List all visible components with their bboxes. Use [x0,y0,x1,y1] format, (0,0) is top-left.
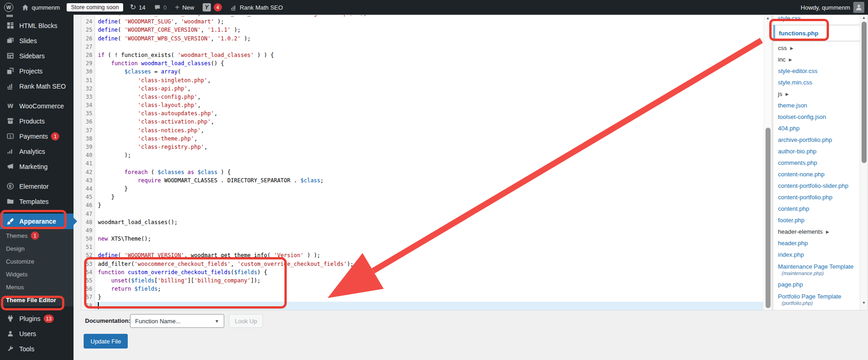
yoast-menu[interactable]: Y 4 [199,0,226,15]
theme-code-editor[interactable]: 23define( 'WOODMART_TOOLTIP_URL', WOODMA… [81,15,772,310]
sidebar-item-marketing[interactable]: Marketing [0,159,74,174]
editor-scrollbar[interactable]: ▲ [764,15,772,310]
code-text: function woodmart_load_classes() { [95,59,763,68]
file-tree-folder-css[interactable]: css▶ [778,42,858,54]
file-tree-folder-header-elements[interactable]: header-elements▶ [778,226,858,237]
file-tree-item-archive-portfolio-php[interactable]: archive-portfolio.php [778,134,858,146]
file-link-label: content-portfolio-slider.php [778,182,848,189]
editor-scrollbar-thumb[interactable] [766,128,771,308]
code-text: 'class-registry.php', [95,143,763,151]
slides-icon [6,37,16,45]
line-number: 26 [81,34,95,43]
code-text: define( 'WOODMART_WPB_CSS_VERSION', '1.0… [95,34,763,43]
file-tree-item-index-php[interactable]: index.php [778,249,858,260]
sidebar-item-plugins[interactable]: Plugins13 [0,311,74,326]
sidebar-item-elementor[interactable]: Elementor [0,179,74,194]
sidebar-item-tools[interactable]: Tools [0,341,74,356]
sidebar-subitem-widgets[interactable]: Widgets [0,268,74,281]
line-number: 36 [81,118,95,126]
code-line: 55 unset($fields['billing']['billing_com… [81,276,763,285]
sidebar-subitem-menus[interactable]: Menus [0,281,74,293]
code-line: 38 'class-theme.php', [81,135,763,143]
scroll-up-arrow-icon[interactable]: ▲ [764,16,772,20]
code-line: 34 'class-layout.php', [81,101,763,109]
file-list-scrollbar-thumb[interactable] [862,22,867,163]
theme-files-panel: style.cssfunctions.phpcss▶inc▶style-edit… [773,15,868,310]
line-number: 45 [81,193,95,201]
file-list-scrollbar[interactable]: ▲ ▼ [860,15,868,310]
file-tree-item-maintenance-page-template[interactable]: Maintenance Page Template(maintenance.ph… [778,260,858,279]
sidebar-item-sidebars[interactable]: Sidebars [0,48,74,63]
site-menu[interactable]: qummenm [17,0,64,15]
file-tree-item-toolset-config-json[interactable]: toolset-config.json [778,111,858,123]
howdy-text[interactable]: Howdy, qummenm [801,4,850,11]
code-text: 'class-theme.php', [95,135,763,143]
file-tree-item-content-portfolio-php[interactable]: content-portfolio.php [778,191,858,203]
look-up-button[interactable]: Look Up [229,314,263,328]
documentation-select[interactable]: Function Name... ▼ [130,314,224,328]
sidebar-item-slides[interactable]: Slides [0,33,74,48]
site-name: qummenm [32,4,60,11]
file-tree-folder-js[interactable]: js▶ [778,88,858,100]
rankmath-label: Rank Math SEO [240,4,283,11]
code-text [95,226,763,235]
file-tree-item-header-php[interactable]: header.php [778,237,858,249]
new-content-menu[interactable]: + New [171,0,199,15]
sidebar-item-woocommerce[interactable]: WWooCommerce [0,98,74,113]
line-number: 34 [81,101,95,109]
sidebar-subitem-design[interactable]: Design [0,242,74,255]
sidebar-item-html-blocks[interactable]: HTML Blocks [0,18,74,33]
file-tree-folder-inc[interactable]: inc▶ [778,54,858,65]
wordpress-logo-icon: W [4,3,13,12]
menu-item-label: Marketing [19,163,47,170]
appearance-icon [6,218,16,225]
file-link-label: header.php [778,240,808,247]
comments-menu[interactable]: 0 [150,0,171,15]
code-line: 26define( 'WOODMART_WPB_CSS_VERSION', '1… [81,34,763,43]
templates-icon [6,197,16,205]
file-link-label: Portfolio Page Template [778,293,858,300]
file-tree-item-comments-php[interactable]: comments.php [778,157,858,169]
sidebar-item-payments[interactable]: $Payments1 [0,129,74,144]
sidebar-subitem-theme-file-editor[interactable]: Theme File Editor [0,293,74,306]
file-tree-item-theme-json[interactable]: theme.json [778,100,858,111]
comment-icon [154,4,161,11]
scroll-down-arrow-icon[interactable]: ▼ [860,301,868,305]
file-tree-item-style-min-css[interactable]: style.min.css [778,77,858,88]
file-link-label: functions.php [779,30,818,37]
store-coming-soon-badge[interactable]: Store coming soon [67,3,123,11]
update-icon: ↻ [130,4,136,11]
file-tree-item-content-none-php[interactable]: content-none.php [778,169,858,180]
updates-menu[interactable]: ↻ 14 [126,0,150,15]
file-tree-item-style-editor-css[interactable]: style-editor.css [778,65,858,77]
menu-item-label: Payments [19,133,48,140]
rankmath-menu[interactable]: Rank Math SEO [226,0,287,15]
sidebar-item-rank-math-seo[interactable]: Rank Math SEO [0,79,74,94]
code-text: define( 'WOODMART_CORE_VERSION', '1.1.1'… [95,26,763,34]
sidebar-item-templates[interactable]: Templates [0,194,74,209]
code-text [95,243,763,251]
sidebar-item-users[interactable]: Users [0,326,74,341]
file-tree-item-404-php[interactable]: 404.php [778,123,858,134]
sidebar-item-analytics[interactable]: Analytics [0,144,74,159]
file-tree-item-portfolio-page-template[interactable]: Portfolio Page Template(portfolio.php) [778,290,858,309]
file-tree-item-author-bio-php[interactable]: author-bio.php [778,146,858,157]
code-text: 'class-api.php', [95,84,763,93]
sidebar-subitem-customize[interactable]: Customize [0,255,74,268]
wp-logo-menu[interactable]: W [0,0,17,15]
elementor-icon [6,182,16,190]
file-tree-item-content-php[interactable]: content.php [778,203,858,214]
file-tree-item-content-portfolio-slider-php[interactable]: content-portfolio-slider.php [778,180,858,191]
scroll-up-arrow-icon[interactable]: ▲ [860,16,868,20]
sidebar-subitem-themes[interactable]: Themes1 [0,229,74,242]
file-tree-item-page-php[interactable]: page.php [778,279,858,290]
sidebar-item-products[interactable]: Products [0,113,74,129]
file-tree-item-footer-php[interactable]: footer.php [778,214,858,226]
file-tree-item-style-css[interactable]: style.css [778,15,858,24]
line-number: 39 [81,143,95,151]
sidebar-item-appearance[interactable]: Appearance [0,214,74,229]
sidebar-item-projects[interactable]: Projects [0,63,74,79]
file-tree-item-functions-php[interactable]: functions.php [773,25,863,41]
sidebars-icon [6,52,16,60]
update-file-button[interactable]: Update File [84,334,128,349]
